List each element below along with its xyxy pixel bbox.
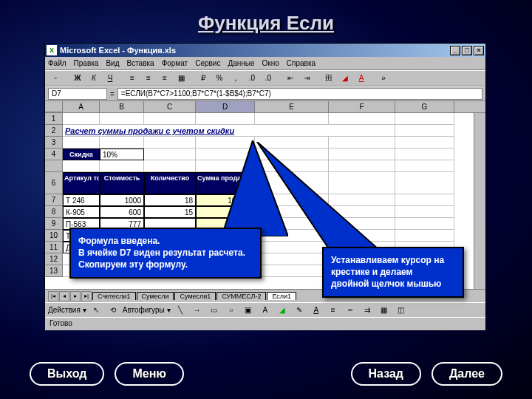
row-5[interactable] [45, 160, 63, 172]
draw-actions-label[interactable]: Действия [48, 306, 81, 314]
menu-button[interactable]: Меню [115, 362, 184, 386]
sheet-nav-next[interactable]: ▸ [70, 291, 81, 301]
menu-data[interactable]: Данные [228, 59, 254, 67]
cell-a7[interactable]: Т 246 [63, 194, 100, 206]
dec-decimal-icon[interactable]: .0 [261, 72, 276, 85]
sheet-tab-3[interactable]: Сумесли1 [174, 292, 216, 300]
arrowstyle-icon[interactable]: ⇉ [360, 304, 375, 317]
sheet-tab-active[interactable]: Если1 [267, 292, 296, 300]
select-icon[interactable]: ↖ [89, 304, 103, 317]
row-4[interactable]: 4 [45, 149, 63, 160]
bold-icon[interactable]: Ж [70, 72, 85, 85]
cell-b8[interactable]: 600 [100, 206, 144, 218]
3d-icon[interactable]: ◫ [394, 304, 409, 317]
col-c[interactable]: C [144, 101, 196, 112]
autoshapes-label[interactable]: Автофигуры [123, 306, 165, 314]
sheet-tab-1[interactable]: Счетесли1 [92, 292, 136, 300]
borders-icon[interactable]: 田 [321, 72, 336, 85]
callout-formula-entered: Формула введена. В ячейке D7 виден резул… [69, 228, 262, 279]
inc-decimal-icon[interactable]: .0 [245, 72, 259, 85]
menu-file[interactable]: Файл [48, 59, 66, 67]
exit-button[interactable]: Выход [30, 362, 104, 386]
back-button[interactable]: Назад [351, 362, 421, 386]
row-13[interactable]: 13 [45, 265, 63, 277]
align-right-icon[interactable]: ≡ [157, 72, 172, 85]
comma-icon[interactable]: , [228, 72, 243, 85]
underline-icon[interactable]: Ч [103, 72, 117, 85]
cell-c8[interactable]: 15 [144, 206, 196, 218]
row-6[interactable]: 6 [45, 172, 63, 194]
row-7[interactable]: 7 [45, 194, 63, 206]
col-g[interactable]: G [395, 101, 454, 112]
sheet-nav-prev[interactable]: ◂ [59, 291, 69, 301]
cell-b7[interactable]: 1000 [100, 194, 144, 206]
sheet-nav-first[interactable]: |◂ [48, 291, 58, 301]
cell-c7[interactable]: 18 [144, 194, 196, 206]
shadow-icon[interactable]: ▦ [377, 304, 392, 317]
sheet-tab-4[interactable]: СУММЕСЛ-2 [216, 292, 266, 300]
col-d[interactable]: D [196, 101, 255, 112]
fontcolor-icon[interactable]: A [354, 72, 369, 85]
align-center-icon[interactable]: ≡ [141, 72, 156, 85]
outdent-icon[interactable]: ⇤ [283, 72, 298, 85]
row-1[interactable]: 1 [45, 113, 63, 125]
row-8[interactable]: 8 [45, 206, 63, 218]
callout-2-line-3: двойной щелчок мышью [331, 278, 455, 290]
callout-2-line-2: крестике и делаем [331, 266, 455, 278]
align-left-icon[interactable]: ≡ [125, 72, 140, 85]
sheet-tab-2[interactable]: Сумесли [137, 292, 174, 300]
textbox-icon[interactable]: ▣ [241, 304, 256, 317]
formula-input[interactable]: =ЕСЛИ(B7*C7>1100;B7*C7*(1-$B$4);B7*C7) [117, 88, 482, 100]
menu-insert[interactable]: Вставка [126, 59, 154, 67]
row-9[interactable]: 9 [45, 218, 63, 230]
menu-help[interactable]: Справка [287, 59, 316, 67]
fillcolor-icon[interactable]: ◢ [338, 72, 352, 85]
row-2[interactable]: 2 [45, 125, 63, 137]
menu-window[interactable]: Окно [262, 59, 279, 67]
wordart-icon[interactable]: A [258, 304, 273, 317]
maximize-button[interactable]: □ [462, 46, 472, 55]
next-button[interactable]: Далее [432, 362, 502, 386]
cell-a8[interactable]: К-905 [63, 206, 100, 218]
percent-icon[interactable]: % [212, 72, 227, 85]
name-box[interactable]: D7 [48, 88, 107, 100]
menu-view[interactable]: Вид [106, 59, 119, 67]
rect-icon[interactable]: ▭ [207, 304, 222, 317]
menu-format[interactable]: Формат [162, 59, 188, 67]
hdr-artikul: Артикул товара [63, 172, 100, 194]
select-all-corner[interactable] [45, 101, 63, 112]
close-button[interactable]: × [474, 46, 484, 55]
hdr-stoimost: Стоимость [100, 172, 144, 194]
row-10[interactable]: 10 [45, 230, 63, 242]
indent-icon[interactable]: ⇥ [299, 72, 314, 85]
merge-icon[interactable]: ▦ [174, 72, 188, 85]
fillcolor-draw-icon[interactable]: ◢ [275, 304, 290, 317]
minimize-button[interactable]: _ [450, 46, 460, 55]
col-e[interactable]: E [255, 101, 329, 112]
vertical-scrollbar[interactable] [474, 113, 485, 289]
menu-edit[interactable]: Правка [74, 59, 99, 67]
menu-tools[interactable]: Сервис [195, 59, 220, 67]
new-icon[interactable]: ▫ [48, 72, 63, 85]
row-3[interactable]: 3 [45, 137, 63, 149]
dashstyle-icon[interactable]: ┅ [343, 304, 358, 317]
col-b[interactable]: B [100, 101, 144, 112]
callout-2-pointer [253, 142, 378, 256]
line-icon[interactable]: ╲ [173, 304, 188, 317]
callout-1-line-3: Скопируем эту формулу. [78, 259, 253, 270]
callout-2-line-1: Устанавливаем курсор на [331, 254, 455, 266]
sheet-nav-last[interactable]: ▸| [81, 291, 92, 301]
italic-icon[interactable]: К [86, 72, 101, 85]
row-12[interactable]: 12 [45, 253, 63, 265]
rotate-icon[interactable]: ⟲ [106, 304, 120, 317]
currency-icon[interactable]: ₽ [196, 72, 211, 85]
col-f[interactable]: F [329, 101, 395, 112]
linestyle-icon[interactable]: ≡ [326, 304, 341, 317]
fontcolor-draw-icon[interactable]: A [309, 304, 324, 317]
oval-icon[interactable]: ○ [224, 304, 239, 317]
arrow-icon[interactable]: → [190, 304, 205, 317]
linecolor-icon[interactable]: ✎ [292, 304, 307, 317]
row-11[interactable]: 11 [45, 242, 63, 253]
more-icon[interactable]: » [376, 72, 391, 85]
col-a[interactable]: A [63, 101, 100, 112]
